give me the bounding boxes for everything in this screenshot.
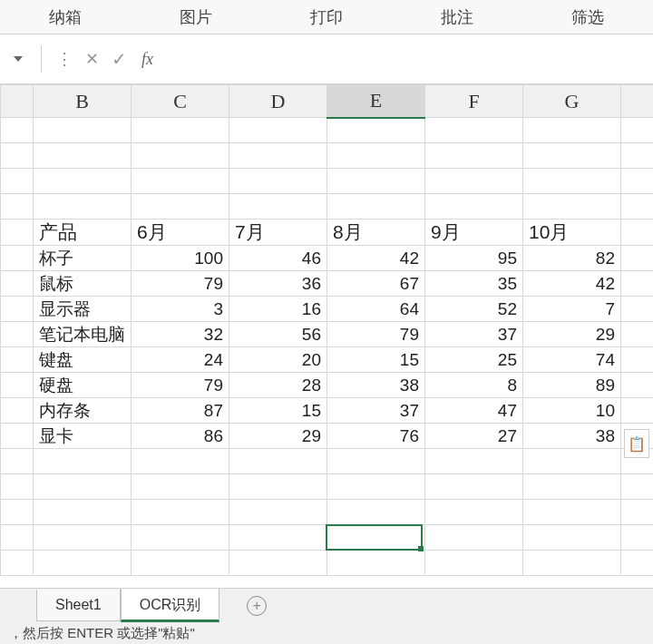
cell[interactable] xyxy=(425,169,523,194)
cell[interactable]: 95 xyxy=(425,246,523,271)
cell[interactable] xyxy=(1,424,34,449)
cell[interactable] xyxy=(229,500,327,525)
cell[interactable]: 52 xyxy=(425,297,523,322)
cancel-icon[interactable] xyxy=(78,45,105,73)
cell[interactable] xyxy=(229,449,327,474)
confirm-icon[interactable] xyxy=(105,45,132,73)
cell[interactable] xyxy=(523,474,621,500)
cell[interactable]: 76 xyxy=(327,424,425,449)
cell[interactable] xyxy=(425,143,523,169)
cell[interactable]: 37 xyxy=(327,398,425,424)
ribbon-print[interactable]: 打印 xyxy=(301,6,352,28)
cell[interactable] xyxy=(621,118,654,143)
cell[interactable] xyxy=(1,143,34,169)
cell[interactable]: 35 xyxy=(425,271,523,297)
cell[interactable] xyxy=(425,525,523,551)
cell[interactable]: 10 xyxy=(523,398,621,424)
cell[interactable] xyxy=(132,449,229,474)
cell[interactable] xyxy=(1,220,34,246)
cell[interactable] xyxy=(34,194,132,220)
cell[interactable]: 56 xyxy=(229,322,327,347)
cell[interactable]: 87 xyxy=(132,398,229,424)
cell[interactable] xyxy=(327,525,425,551)
cell[interactable] xyxy=(621,347,654,373)
cell[interactable]: 20 xyxy=(229,347,327,373)
cell[interactable] xyxy=(327,551,425,576)
cell[interactable]: 27 xyxy=(425,424,523,449)
paste-options-button[interactable]: 📋 xyxy=(624,429,649,458)
cell[interactable]: 29 xyxy=(523,322,621,347)
cell[interactable] xyxy=(132,525,229,551)
cell[interactable] xyxy=(327,500,425,525)
cell[interactable] xyxy=(229,551,327,576)
cell[interactable]: 46 xyxy=(229,246,327,271)
cell[interactable]: 38 xyxy=(523,424,621,449)
cell[interactable] xyxy=(229,143,327,169)
cell[interactable] xyxy=(621,322,654,347)
tab-sheet1[interactable]: Sheet1 xyxy=(36,590,121,621)
cell[interactable] xyxy=(621,398,654,424)
cell[interactable] xyxy=(621,500,654,525)
cell[interactable]: 16 xyxy=(229,297,327,322)
cell[interactable] xyxy=(132,551,229,576)
cell[interactable] xyxy=(621,525,654,551)
cell[interactable] xyxy=(425,551,523,576)
name-box-dropdown[interactable] xyxy=(5,45,32,73)
cell[interactable]: 86 xyxy=(132,424,229,449)
cell[interactable] xyxy=(1,347,34,373)
cell[interactable]: 8月 xyxy=(327,220,425,246)
cell[interactable] xyxy=(327,194,425,220)
cell[interactable] xyxy=(34,169,132,194)
col-header-E[interactable]: E xyxy=(327,85,425,118)
cell[interactable] xyxy=(621,474,654,500)
cell[interactable]: 9月 xyxy=(425,220,523,246)
cell[interactable] xyxy=(425,194,523,220)
cell[interactable] xyxy=(1,118,34,143)
cell[interactable]: 67 xyxy=(327,271,425,297)
cell[interactable]: 82 xyxy=(523,246,621,271)
cell[interactable] xyxy=(132,474,229,500)
col-header-C[interactable]: C xyxy=(132,85,229,118)
cell[interactable] xyxy=(621,551,654,576)
cell[interactable] xyxy=(1,449,34,474)
cell[interactable]: 79 xyxy=(132,271,229,297)
col-header-B[interactable]: B xyxy=(34,85,132,118)
cell[interactable] xyxy=(327,169,425,194)
add-sheet-button[interactable]: + xyxy=(247,596,267,616)
cell[interactable] xyxy=(229,169,327,194)
cell[interactable] xyxy=(523,143,621,169)
cell[interactable]: 15 xyxy=(327,347,425,373)
cell[interactable] xyxy=(132,169,229,194)
ribbon-store[interactable]: 纳箱 xyxy=(40,6,91,28)
col-header-G[interactable]: G xyxy=(523,85,621,118)
cell[interactable] xyxy=(425,118,523,143)
cell[interactable]: 10月 xyxy=(523,220,621,246)
cell[interactable] xyxy=(229,525,327,551)
col-header-D[interactable]: D xyxy=(229,85,327,118)
cell[interactable]: 37 xyxy=(425,322,523,347)
cell[interactable] xyxy=(1,551,34,576)
cell[interactable] xyxy=(621,297,654,322)
cell[interactable] xyxy=(327,118,425,143)
cell[interactable]: 32 xyxy=(132,322,229,347)
cell[interactable] xyxy=(229,194,327,220)
cell[interactable] xyxy=(1,525,34,551)
cell[interactable] xyxy=(425,474,523,500)
cell[interactable] xyxy=(621,373,654,398)
cell[interactable] xyxy=(621,143,654,169)
cell[interactable]: 显卡 xyxy=(34,424,132,449)
formula-input[interactable] xyxy=(162,45,653,73)
cell[interactable]: 杯子 xyxy=(34,246,132,271)
cell[interactable] xyxy=(34,449,132,474)
cell[interactable]: 89 xyxy=(523,373,621,398)
cell[interactable] xyxy=(132,143,229,169)
cell[interactable]: 15 xyxy=(229,398,327,424)
cell[interactable] xyxy=(327,143,425,169)
cell[interactable]: 47 xyxy=(425,398,523,424)
cell[interactable] xyxy=(1,246,34,271)
cell[interactable]: 25 xyxy=(425,347,523,373)
cell[interactable] xyxy=(34,500,132,525)
cell[interactable] xyxy=(34,525,132,551)
col-header-F[interactable]: F xyxy=(425,85,523,118)
cell[interactable] xyxy=(1,500,34,525)
